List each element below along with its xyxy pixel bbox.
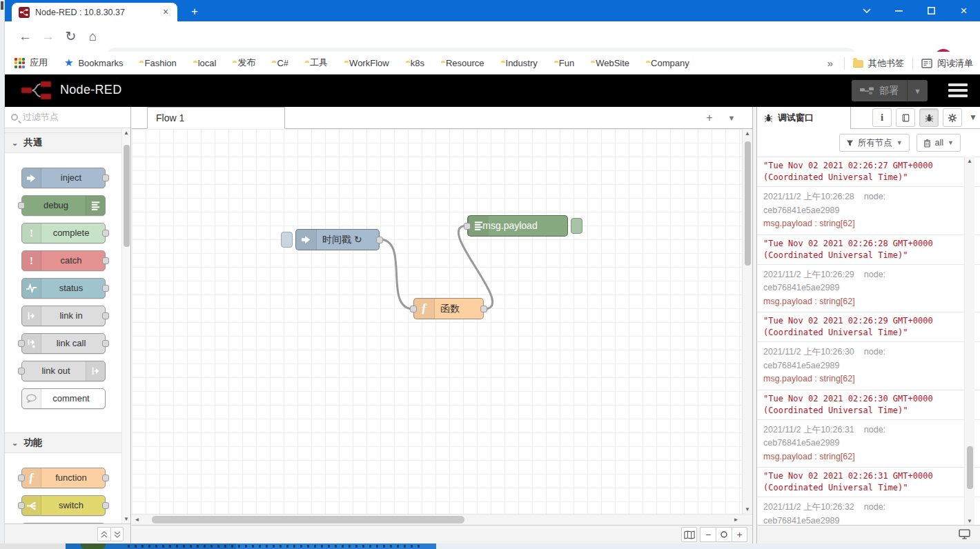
browser-tab[interactable]: Node-RED : 10.8.30.37 × — [12, 3, 177, 21]
debug-message-payload[interactable]: "Tue Nov 02 2021 02:26:31 GMT+0000 (Coor… — [757, 468, 980, 497]
palette-category-function[interactable]: ⌄功能 — [5, 432, 122, 453]
node-output-port[interactable] — [102, 502, 109, 509]
canvas-vscroll-thumb[interactable] — [745, 141, 751, 266]
sidebar-caret-icon[interactable]: ▼ — [969, 112, 977, 122]
flow-list-caret-icon[interactable]: ▼ — [723, 110, 740, 126]
back-icon[interactable]: ← — [16, 28, 35, 46]
flow-node-debug[interactable]: msg.payload — [467, 215, 568, 237]
bookmark-item-9[interactable]: Resource — [441, 58, 484, 68]
bookmark-item-4[interactable]: 发布 — [233, 57, 255, 69]
node-input-port[interactable] — [18, 340, 25, 347]
expand-all-icon[interactable] — [110, 527, 124, 541]
debug-message-payload[interactable]: "Tue Nov 02 2021 02:26:29 GMT+0000 (Coor… — [757, 312, 980, 342]
bookmark-item-7[interactable]: WorkFlow — [344, 58, 389, 68]
filter-nodes-button[interactable]: 所有节点 ▼ — [839, 134, 910, 152]
node-output-port[interactable] — [102, 475, 109, 481]
navigator-map-icon[interactable] — [681, 527, 697, 542]
debug-message-meta[interactable]: 2021/11/2 上午10:26:31node:ceb76841e5ae298… — [757, 420, 980, 468]
bookmark-item-2[interactable]: Fashion — [139, 58, 176, 68]
debug-tab-icon[interactable] — [919, 108, 939, 127]
scroll-down-icon[interactable]: ▼ — [743, 505, 752, 514]
help-book-icon[interactable] — [896, 108, 915, 127]
scroll-up-icon[interactable]: ▲ — [743, 129, 752, 138]
scroll-up-icon[interactable]: ▲ — [122, 128, 130, 137]
node-input-port[interactable] — [410, 306, 417, 312]
palette-node-status[interactable]: status — [21, 278, 106, 299]
zoom-out-icon[interactable]: − — [700, 527, 716, 542]
palette-scrollbar[interactable]: ▲ ▼ — [121, 128, 130, 523]
palette-node-link-out[interactable]: link out — [21, 361, 106, 381]
titlebar-chevron-icon[interactable] — [850, 0, 883, 21]
palette-node-catch[interactable]: !catch — [21, 250, 106, 271]
debug-message-meta[interactable]: 2021/11/2 上午10:26:32node:ceb76841e5ae298… — [757, 497, 980, 526]
palette-node-function[interactable]: ƒfunction — [21, 468, 106, 488]
palette-node-link-in[interactable]: link in — [21, 306, 106, 326]
palette-node-debug[interactable]: debug — [21, 195, 106, 216]
palette-node-inject[interactable]: inject — [21, 168, 106, 188]
tab-close-icon[interactable]: × — [159, 6, 172, 19]
palette-search-input[interactable]: 过滤节点 — [5, 107, 130, 128]
bookmark-item-6[interactable]: 工具 — [305, 57, 328, 69]
palette-category-common[interactable]: ⌄共通 — [5, 132, 122, 153]
reading-list-button[interactable]: 阅读清单 — [921, 57, 973, 70]
bookmark-item-11[interactable]: Fun — [554, 58, 574, 68]
bookmark-item-8[interactable]: k8s — [406, 58, 424, 68]
palette-node-comment[interactable]: comment — [21, 388, 106, 409]
node-input-port[interactable] — [18, 475, 25, 481]
tab-flow-1[interactable]: Flow 1 — [147, 107, 285, 129]
flow-node-function[interactable]: ƒ函数 — [413, 298, 484, 319]
add-flow-icon[interactable]: + — [701, 110, 718, 126]
debug-scrollbar[interactable]: ▲ ▼ — [964, 157, 974, 526]
maximize-button[interactable] — [915, 0, 948, 21]
debug-message-meta[interactable]: 2021/11/2 上午10:26:29node:ceb76841e5ae298… — [757, 265, 980, 313]
node-output-port[interactable] — [102, 174, 109, 181]
bookmark-item-5[interactable]: C# — [272, 58, 288, 68]
deploy-caret-icon[interactable]: ▼ — [907, 80, 928, 101]
debug-message-payload[interactable]: "Tue Nov 02 2021 02:26:27 GMT+0000 (Coor… — [757, 157, 980, 187]
flow-canvas[interactable]: 时间戳 ↻ƒ函数msg.payload — [132, 129, 752, 514]
scroll-right-icon[interactable]: ► — [731, 515, 741, 525]
node-debug-button[interactable] — [571, 218, 582, 234]
minimize-button[interactable] — [883, 0, 915, 21]
palette-node-link-call[interactable]: link call — [21, 333, 106, 354]
debug-message-meta[interactable]: 2021/11/2 上午10:26:30node:ceb76841e5ae298… — [757, 342, 980, 390]
open-window-icon[interactable] — [959, 529, 970, 539]
node-output-port[interactable] — [480, 306, 487, 312]
scroll-up-icon[interactable]: ▲ — [965, 157, 974, 166]
bookmark-item-13[interactable]: Company — [646, 58, 689, 68]
palette-node-switch[interactable]: switch — [21, 495, 106, 516]
collapse-all-icon[interactable] — [97, 527, 110, 541]
reload-icon[interactable]: ↻ — [61, 28, 80, 46]
palette-node-complete[interactable]: !complete — [21, 223, 106, 243]
deploy-button[interactable]: 部署 ▼ — [852, 80, 928, 101]
sidebar-resize-handle[interactable] — [752, 107, 757, 543]
clear-log-button[interactable]: all ▼ — [917, 134, 961, 152]
home-icon[interactable]: ⌂ — [84, 28, 102, 46]
bookmark-item-12[interactable]: WebSite — [591, 58, 629, 68]
node-output-port[interactable] — [102, 312, 109, 319]
debug-message-meta[interactable]: 2021/11/2 上午10:26:28node:ceb76841e5ae298… — [757, 187, 980, 235]
settings-gear-icon[interactable] — [943, 108, 962, 127]
canvas-horizontal-scrollbar[interactable]: ◄ ► — [132, 514, 752, 525]
node-inject-button[interactable] — [281, 232, 293, 248]
node-output-port[interactable] — [376, 237, 383, 243]
debug-message-list[interactable]: "Tue Nov 02 2021 02:26:27 GMT+0000 (Coor… — [757, 157, 980, 526]
node-input-port[interactable] — [18, 368, 25, 375]
canvas-vertical-scrollbar[interactable]: ▲ ▼ — [742, 129, 752, 514]
node-input-port[interactable] — [18, 502, 25, 509]
info-tab-icon[interactable]: i — [872, 108, 892, 127]
zoom-reset-icon[interactable] — [716, 527, 732, 542]
node-output-port[interactable] — [102, 340, 109, 347]
debug-message-payload[interactable]: "Tue Nov 02 2021 02:26:30 GMT+0000 (Coor… — [757, 390, 980, 420]
bookmark-item-3[interactable]: local — [193, 58, 217, 68]
palette-scrollbar-thumb[interactable] — [124, 145, 130, 247]
node-output-port[interactable] — [102, 257, 109, 264]
tab-debug[interactable]: 调试窗口 — [757, 107, 851, 129]
debug-message-payload[interactable]: "Tue Nov 02 2021 02:26:28 GMT+0000 (Coor… — [757, 235, 980, 265]
other-bookmarks-button[interactable]: 其他书签 — [853, 57, 904, 70]
scroll-left-icon[interactable]: ◄ — [132, 515, 142, 525]
node-input-port[interactable] — [18, 202, 25, 209]
main-menu-icon[interactable] — [948, 83, 968, 97]
new-tab-button[interactable]: + — [186, 3, 204, 20]
bookmark-item-1[interactable]: ★Bookmarks — [64, 57, 123, 69]
